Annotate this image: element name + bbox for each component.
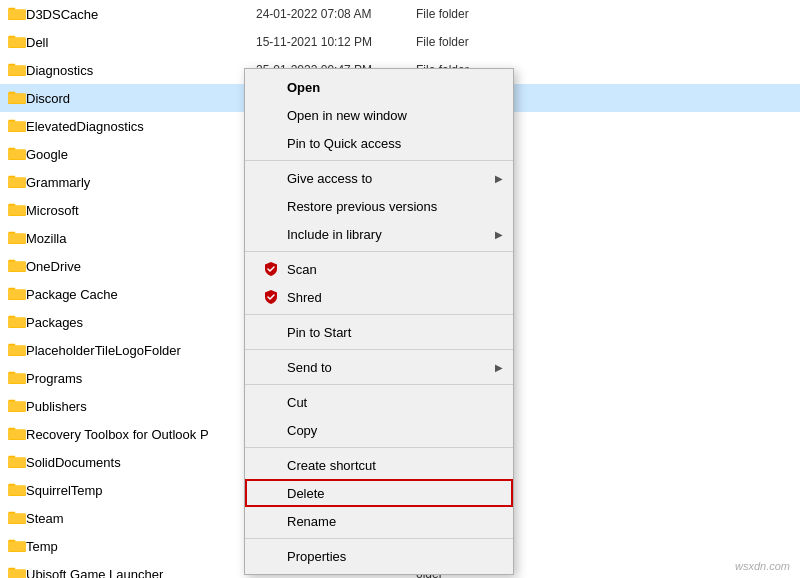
folder-icon	[8, 314, 26, 331]
folder-icon	[8, 174, 26, 191]
folder-icon	[8, 62, 26, 79]
menu-separator	[245, 314, 513, 315]
file-name: Steam	[26, 511, 256, 526]
menu-item-rename[interactable]: Rename	[245, 507, 513, 535]
menu-label-create-shortcut: Create shortcut	[287, 458, 376, 473]
file-name: Packages	[26, 315, 256, 330]
menu-item-give-access[interactable]: Give access to▶	[245, 164, 513, 192]
folder-icon	[8, 146, 26, 163]
folder-icon	[8, 34, 26, 51]
menu-item-send-to[interactable]: Send to▶	[245, 353, 513, 381]
svg-rect-8	[8, 65, 26, 75]
svg-rect-41	[8, 373, 26, 383]
menu-item-delete[interactable]: Delete	[245, 479, 513, 507]
svg-rect-23	[8, 205, 26, 215]
file-type: File folder	[416, 35, 469, 49]
menu-label-rename: Rename	[287, 514, 336, 529]
svg-rect-59	[8, 541, 26, 551]
file-name: Diagnostics	[26, 63, 256, 78]
menu-label-send-to: Send to	[287, 360, 332, 375]
menu-item-open-new-window[interactable]: Open in new window	[245, 101, 513, 129]
svg-rect-53	[8, 485, 26, 495]
file-name: Recovery Toolbox for Outlook P	[26, 427, 256, 442]
menu-separator	[245, 384, 513, 385]
folder-icon	[8, 230, 26, 247]
svg-rect-47	[8, 429, 26, 439]
arrow-icon-give-access: ▶	[495, 173, 503, 184]
file-name: Temp	[26, 539, 256, 554]
folder-icon	[8, 482, 26, 499]
file-name: Publishers	[26, 399, 256, 414]
file-name: Programs	[26, 371, 256, 386]
arrow-icon-include-library: ▶	[495, 229, 503, 240]
file-row[interactable]: D3DSCache24-01-2022 07:08 AMFile folder	[0, 0, 800, 28]
file-name: OneDrive	[26, 259, 256, 274]
folder-icon	[8, 454, 26, 471]
menu-item-restore-previous[interactable]: Restore previous versions	[245, 192, 513, 220]
menu-item-open[interactable]: Open	[245, 73, 513, 101]
svg-rect-56	[8, 513, 26, 523]
file-name: SquirrelTemp	[26, 483, 256, 498]
folder-icon	[8, 538, 26, 555]
menu-item-cut[interactable]: Cut	[245, 388, 513, 416]
svg-rect-50	[8, 457, 26, 467]
file-name: Package Cache	[26, 287, 256, 302]
menu-separator	[245, 349, 513, 350]
folder-icon	[8, 426, 26, 443]
menu-item-shred[interactable]: Shred	[245, 283, 513, 311]
watermark: wsxdn.com	[735, 560, 790, 572]
file-date: 24-01-2022 07:08 AM	[256, 7, 416, 21]
file-type: File folder	[416, 7, 469, 21]
file-row[interactable]: Dell15-11-2021 10:12 PMFile folder	[0, 28, 800, 56]
svg-rect-11	[8, 93, 26, 103]
file-name: SolidDocuments	[26, 455, 256, 470]
file-name: Discord	[26, 91, 256, 106]
menu-separator	[245, 251, 513, 252]
menu-label-shred: Shred	[287, 290, 322, 305]
file-date: 15-11-2021 10:12 PM	[256, 35, 416, 49]
menu-label-cut: Cut	[287, 395, 307, 410]
svg-rect-62	[8, 569, 26, 578]
svg-rect-2	[8, 9, 26, 19]
menu-item-copy[interactable]: Copy	[245, 416, 513, 444]
svg-rect-5	[8, 37, 26, 47]
menu-icon-shred	[261, 289, 281, 305]
menu-label-pin-start: Pin to Start	[287, 325, 351, 340]
file-name: Grammarly	[26, 175, 256, 190]
menu-item-properties[interactable]: Properties	[245, 542, 513, 570]
menu-label-give-access: Give access to	[287, 171, 372, 186]
menu-label-include-library: Include in library	[287, 227, 382, 242]
menu-separator	[245, 538, 513, 539]
folder-icon	[8, 118, 26, 135]
file-name: PlaceholderTileLogoFolder	[26, 343, 256, 358]
folder-icon	[8, 510, 26, 527]
menu-item-pin-quick-access[interactable]: Pin to Quick access	[245, 129, 513, 157]
svg-rect-29	[8, 261, 26, 271]
svg-rect-20	[8, 177, 26, 187]
svg-rect-14	[8, 121, 26, 131]
menu-icon-scan	[261, 261, 281, 277]
menu-label-open-new-window: Open in new window	[287, 108, 407, 123]
context-menu: OpenOpen in new windowPin to Quick acces…	[244, 68, 514, 575]
folder-icon	[8, 202, 26, 219]
menu-separator	[245, 447, 513, 448]
menu-label-pin-quick-access: Pin to Quick access	[287, 136, 401, 151]
menu-label-properties: Properties	[287, 549, 346, 564]
file-name: Google	[26, 147, 256, 162]
menu-item-include-library[interactable]: Include in library▶	[245, 220, 513, 248]
folder-icon	[8, 342, 26, 359]
folder-icon	[8, 398, 26, 415]
menu-label-delete: Delete	[287, 486, 325, 501]
menu-item-scan[interactable]: Scan	[245, 255, 513, 283]
file-name: Microsoft	[26, 203, 256, 218]
file-name: Ubisoft Game Launcher	[26, 567, 256, 579]
menu-item-create-shortcut[interactable]: Create shortcut	[245, 451, 513, 479]
file-name: ElevatedDiagnostics	[26, 119, 256, 134]
folder-icon	[8, 90, 26, 107]
file-name: Dell	[26, 35, 256, 50]
file-name: Mozilla	[26, 231, 256, 246]
svg-rect-26	[8, 233, 26, 243]
menu-item-pin-start[interactable]: Pin to Start	[245, 318, 513, 346]
folder-icon	[8, 6, 26, 23]
menu-label-open: Open	[287, 80, 320, 95]
